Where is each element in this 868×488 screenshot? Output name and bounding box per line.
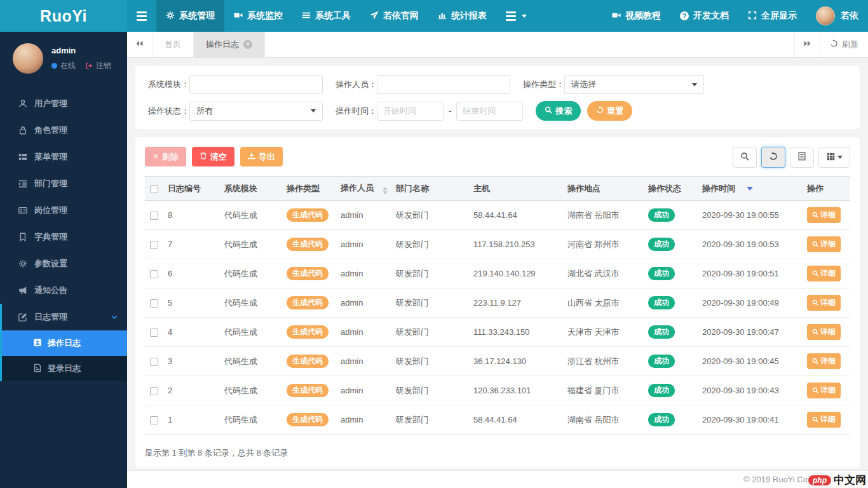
nav-item-system-tools[interactable]: 系统工具	[292, 0, 360, 32]
sidebar-item-config[interactable]: 参数设置	[0, 250, 127, 277]
toggle-search-button[interactable]	[733, 147, 757, 168]
page-footer: © 2019 RuoYi Copyright	[127, 470, 868, 488]
status-badge: 成功	[648, 355, 675, 368]
chevron-down-icon	[692, 83, 697, 86]
operation-type-badge: 生成代码	[287, 296, 329, 309]
sidebar-item-login-log[interactable]: 登录日志	[2, 356, 127, 381]
sidebar-item-log-manage[interactable]: 日志管理	[2, 304, 127, 330]
log-submenu: 操作日志 登录日志	[2, 330, 127, 381]
refresh-icon	[769, 152, 778, 163]
row-checkbox[interactable]	[150, 329, 158, 337]
nav-item-statistics[interactable]: 统计报表	[428, 0, 496, 32]
cell-host: 111.33.243.150	[468, 318, 562, 347]
sidebar-menu: 用户管理 角色管理 菜单管理 部门管理 岗位管理 字典管理 参数设置 通知公告	[0, 90, 127, 381]
logout-button[interactable]: 注销	[85, 60, 111, 71]
sidebar-item-notice[interactable]: 通知公告	[0, 277, 127, 304]
start-time-input[interactable]	[377, 102, 444, 121]
sidebar-item-dept-manage[interactable]: 部门管理	[0, 170, 127, 197]
row-checkbox[interactable]	[150, 241, 158, 249]
nav-more-dropdown[interactable]	[496, 0, 536, 32]
operator-label: 操作人员：	[332, 79, 377, 90]
status-label: 操作状态：	[145, 105, 189, 117]
detail-button[interactable]: 详细	[807, 207, 841, 223]
cell-location: 福建省 厦门市	[562, 376, 643, 405]
close-icon[interactable]: ×	[243, 40, 252, 49]
sidebar-item-user-manage[interactable]: 用户管理	[0, 90, 127, 117]
dept-indent-icon	[18, 179, 27, 188]
cell-operator: admin	[336, 288, 391, 318]
row-checkbox[interactable]	[150, 416, 158, 424]
avatar[interactable]	[13, 43, 43, 74]
config-gear-icon	[18, 259, 27, 268]
columns-dropdown-button[interactable]	[818, 147, 850, 168]
export-button[interactable]: 导出	[240, 147, 283, 166]
video-icon	[234, 11, 243, 22]
refresh-tab-button[interactable]: 刷新	[820, 32, 868, 57]
nav-item-system-manage[interactable]: 系统管理	[156, 0, 224, 32]
brand-logo[interactable]: RuoYi	[0, 0, 127, 32]
detail-button[interactable]: 详细	[807, 412, 841, 428]
status-badge: 成功	[648, 413, 675, 426]
post-idcard-icon	[18, 206, 27, 215]
row-checkbox[interactable]	[150, 299, 158, 308]
notice-megaphone-icon	[18, 286, 27, 295]
col-header-location: 操作地点	[562, 177, 643, 201]
row-checkbox[interactable]	[150, 358, 158, 366]
detail-button[interactable]: 详细	[807, 295, 841, 311]
video-icon	[612, 11, 621, 22]
menu-grid-icon	[18, 152, 27, 161]
detail-button[interactable]: 详细	[807, 383, 841, 398]
detail-button[interactable]: 详细	[807, 266, 841, 281]
x-icon	[153, 152, 159, 161]
operation-type-select[interactable]: 请选择	[564, 75, 704, 94]
nav-item-system-monitor[interactable]: 系统监控	[224, 0, 292, 32]
dict-bookmark-icon	[18, 233, 27, 241]
col-header-status: 操作状态	[643, 177, 697, 201]
loginlog-file-icon	[33, 363, 42, 374]
cell-operator: admin	[336, 259, 391, 288]
nav-item-official-site[interactable]: 若依官网	[360, 0, 428, 32]
nav-item-dev-docs[interactable]: ? 开发文档	[670, 0, 738, 32]
sidebar-toggle-button[interactable]	[127, 0, 156, 32]
cell-operator: admin	[336, 347, 391, 376]
sidebar-item-menu-manage[interactable]: 菜单管理	[0, 144, 127, 170]
tabs-scroll-right-button[interactable]	[794, 32, 820, 57]
select-all-checkbox[interactable]	[150, 185, 158, 193]
sidebar-item-role-manage[interactable]: 角色管理	[0, 117, 127, 144]
col-header-time[interactable]: 操作时间	[697, 177, 802, 201]
detail-button[interactable]: 详细	[807, 236, 841, 252]
table-row: 4 代码生成 生成代码 admin 研发部门 111.33.243.150 天津…	[145, 318, 850, 347]
status-badge: 成功	[648, 208, 675, 222]
sidebar-item-operation-log[interactable]: 操作日志	[2, 330, 127, 356]
search-icon	[812, 328, 818, 337]
sidebar-item-post-manage[interactable]: 岗位管理	[0, 197, 127, 224]
toggle-detail-view-button[interactable]	[790, 147, 814, 168]
refresh-table-button[interactable]	[761, 147, 785, 168]
sidebar-item-dict-manage[interactable]: 字典管理	[0, 224, 127, 250]
reset-button[interactable]: 重置	[587, 101, 632, 121]
clear-button[interactable]: 清空	[192, 147, 234, 166]
nav-user-menu[interactable]: 若依	[806, 0, 868, 32]
module-input[interactable]	[189, 75, 323, 94]
cell-module: 代码生成	[219, 288, 281, 318]
status-select[interactable]: 所有	[189, 102, 323, 121]
operation-type-badge: 生成代码	[287, 325, 329, 339]
list-icon	[302, 11, 311, 22]
nav-item-video-tutorial[interactable]: 视频教程	[602, 0, 670, 32]
detail-button[interactable]: 详细	[807, 324, 841, 340]
tab-operation-log[interactable]: 操作日志 ×	[194, 32, 265, 57]
tabs-scroll-left-button[interactable]	[127, 32, 153, 57]
end-time-input[interactable]	[456, 102, 523, 121]
row-checkbox[interactable]	[150, 270, 158, 278]
col-header-operator[interactable]: 操作人员	[336, 177, 391, 201]
search-button[interactable]: 搜索	[536, 101, 581, 121]
row-checkbox[interactable]	[150, 212, 158, 220]
detail-button[interactable]: 详细	[807, 353, 841, 369]
row-checkbox[interactable]	[150, 387, 158, 395]
nav-item-fullscreen[interactable]: 全屏显示	[738, 0, 806, 32]
operator-input[interactable]	[377, 75, 510, 94]
tab-home[interactable]: 首页	[153, 32, 194, 57]
cell-dept: 研发部门	[391, 318, 468, 347]
delete-button[interactable]: 删除	[145, 147, 186, 166]
trash-icon	[200, 152, 207, 161]
